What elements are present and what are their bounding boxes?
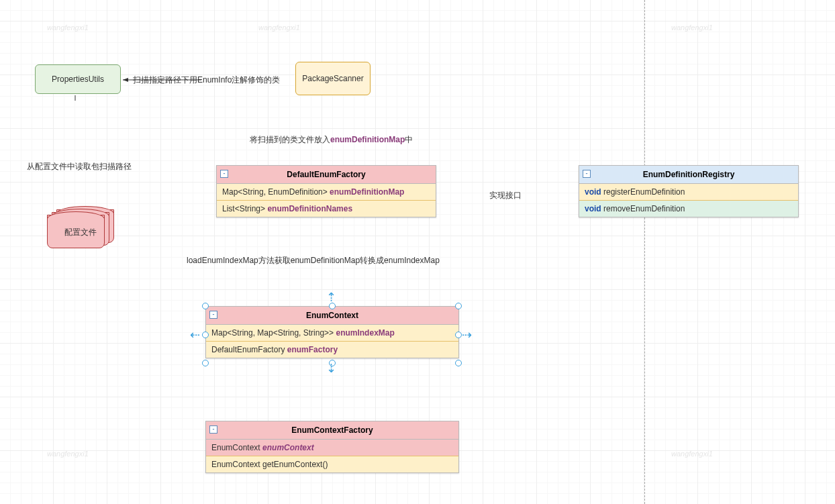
node-config-file[interactable]: 配置文件 [47,215,114,255]
class-row[interactable]: Map<String, EnumDefinition> enumDefiniti… [217,184,436,201]
node-label: 配置文件 [47,227,114,238]
selection-handle[interactable] [202,360,209,366]
class-row[interactable]: EnumContext getEnumContext() [206,456,458,472]
selection-handle[interactable] [455,360,462,366]
class-title: - EnumContextFactory [206,421,458,440]
direction-arrow-up[interactable]: ⇡ [326,290,336,305]
collapse-icon[interactable]: - [209,311,217,319]
class-row[interactable]: Map<String, Map<String, String>> enumInd… [206,325,458,342]
collapse-icon[interactable]: - [209,425,217,434]
class-default-enum-factory[interactable]: - DefaultEnumFactory Map<String, EnumDef… [216,165,436,217]
node-label: PropertiesUtils [52,74,104,84]
class-row[interactable]: void registerEnumDefinition [579,184,798,201]
collapse-icon[interactable]: - [583,170,591,178]
direction-arrow-down[interactable]: ⇣ [326,361,336,376]
class-row[interactable]: void removeEnumDefinition [579,201,798,217]
node-properties-utils[interactable]: PropertiesUtils [35,64,121,94]
direction-arrow-right[interactable]: ⇢ [462,327,472,342]
class-enum-definition-registry[interactable]: - EnumDefinitionRegistry void registerEn… [579,165,799,217]
edge-label: 实现接口 [489,190,522,201]
selection-handle[interactable] [202,332,209,338]
node-package-scanner[interactable]: PackageScanner [295,62,371,95]
class-row[interactable]: EnumContext enumContext [206,440,458,456]
selection-handle[interactable] [455,332,462,338]
node-label: PackageScanner [302,74,363,83]
class-row[interactable]: DefaultEnumFactory enumFactory [206,342,458,358]
class-title: - EnumContext [206,307,458,325]
edge-label: loadEnumIndexMap方法获取enumDefinitionMap转换成… [187,255,440,266]
class-enum-context[interactable]: - EnumContext Map<String, Map<String, St… [205,306,459,358]
collapse-icon[interactable]: - [220,170,228,178]
diagram-canvas[interactable]: PropertiesUtils PackageScanner 配置文件 - De… [0,0,835,504]
direction-arrow-left[interactable]: ⇠ [190,327,200,342]
class-enum-context-factory[interactable]: - EnumContextFactory EnumContext enumCon… [205,421,459,473]
selection-handle[interactable] [202,303,209,309]
selection-handle[interactable] [455,303,462,309]
edge-label: 将扫描到的类文件放入enumDefinitionMap中 [250,134,413,146]
edge-label: 扫描指定路径下用EnumInfo注解修饰的类 [133,74,280,86]
edge-label: 从配置文件中读取包扫描路径 [27,161,132,172]
class-title: - DefaultEnumFactory [217,166,436,184]
class-title: - EnumDefinitionRegistry [579,166,798,184]
class-row[interactable]: List<String> enumDefinitionNames [217,201,436,217]
